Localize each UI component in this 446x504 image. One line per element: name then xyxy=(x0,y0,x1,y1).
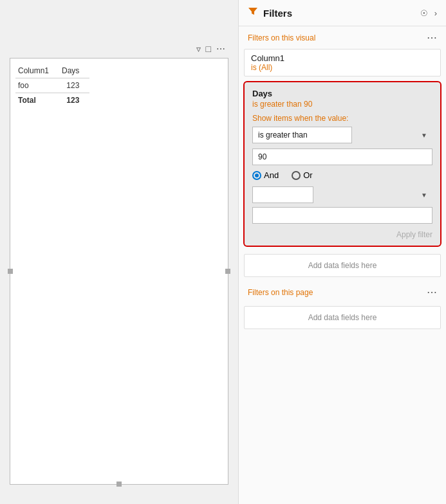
show-items-label: Show items when the value: xyxy=(252,114,432,123)
eye-icon[interactable]: ☉ xyxy=(420,8,428,18)
column1-card-sub: is (All) xyxy=(251,63,434,72)
col-header-column1: Column1 xyxy=(15,64,59,78)
days-filter-summary: is greater than 90 xyxy=(252,100,432,109)
right-panel: Filters ☉ › Filters on this visual ⋯ Col… xyxy=(238,0,446,504)
cell-col1: foo xyxy=(15,78,59,93)
condition2-row: is greater than is less than is equal to xyxy=(252,186,432,203)
column1-filter-card[interactable]: Column1 is (All) xyxy=(244,49,441,76)
condition2-select-wrapper[interactable]: is greater than is less than is equal to xyxy=(252,186,432,203)
or-label: Or xyxy=(303,170,312,180)
cell-days: 123 xyxy=(59,78,89,93)
condition2-select[interactable]: is greater than is less than is equal to xyxy=(252,186,313,203)
filters-header: Filters ☉ › xyxy=(239,0,446,26)
and-label: And xyxy=(264,170,279,180)
value1-input[interactable] xyxy=(252,148,432,165)
total-value: 123 xyxy=(59,93,89,108)
expand-icon[interactable]: □ xyxy=(206,44,211,54)
filters-funnel-icon xyxy=(248,6,258,19)
or-option[interactable]: Or xyxy=(292,170,312,180)
filter-icon[interactable]: ▿ xyxy=(196,44,201,54)
visual-toolbar: ▿ □ ⋯ xyxy=(196,44,225,54)
add-data-page-section: Add data fields here xyxy=(244,306,441,329)
header-icons: ☉ › xyxy=(420,8,437,18)
resize-handle-right[interactable] xyxy=(225,269,230,274)
condition1-row: is greater than is less than is equal to… xyxy=(252,127,432,143)
resize-handle-bottom[interactable] xyxy=(116,482,122,487)
and-option[interactable]: And xyxy=(252,170,279,180)
table-row: foo 123 xyxy=(15,78,89,93)
filters-page-more-icon[interactable]: ⋯ xyxy=(427,286,437,298)
column1-card-label: Column1 xyxy=(251,53,434,63)
left-panel: ▿ □ ⋯ Column1 Days foo 123 xyxy=(0,0,238,504)
apply-filter-btn[interactable]: Apply filter xyxy=(252,228,432,239)
days-field-name: Days xyxy=(252,89,432,98)
condition1-select[interactable]: is greater than is less than is equal to… xyxy=(252,127,352,143)
filters-visual-more-icon[interactable]: ⋯ xyxy=(427,32,437,44)
chevron-right-icon[interactable]: › xyxy=(434,8,437,18)
add-data-visual-section: Add data fields here xyxy=(244,254,441,277)
filters-on-visual-label: Filters on this visual xyxy=(248,33,315,42)
or-radio-circle xyxy=(292,171,301,180)
add-data-page-btn[interactable]: Add data fields here xyxy=(244,306,441,329)
and-or-row: And Or xyxy=(252,170,432,180)
table-visual: Column1 Days foo 123 Total 123 xyxy=(10,59,228,113)
more-options-icon[interactable]: ⋯ xyxy=(216,44,225,54)
and-radio-circle xyxy=(252,171,261,180)
col-header-days: Days xyxy=(59,64,89,78)
condition1-select-wrapper[interactable]: is greater than is less than is equal to… xyxy=(252,127,432,143)
resize-handle-left[interactable] xyxy=(8,269,13,274)
value2-input[interactable] xyxy=(252,207,432,224)
days-filter-expanded: Days is greater than 90 Show items when … xyxy=(244,82,441,246)
table-total-row: Total 123 xyxy=(15,93,89,108)
filters-title: Filters xyxy=(263,8,420,19)
add-data-visual-btn[interactable]: Add data fields here xyxy=(244,254,441,277)
filters-on-page-label: Filters on this page xyxy=(248,288,313,297)
visual-container: Column1 Days foo 123 Total 123 xyxy=(10,58,228,485)
total-label: Total xyxy=(15,93,59,108)
